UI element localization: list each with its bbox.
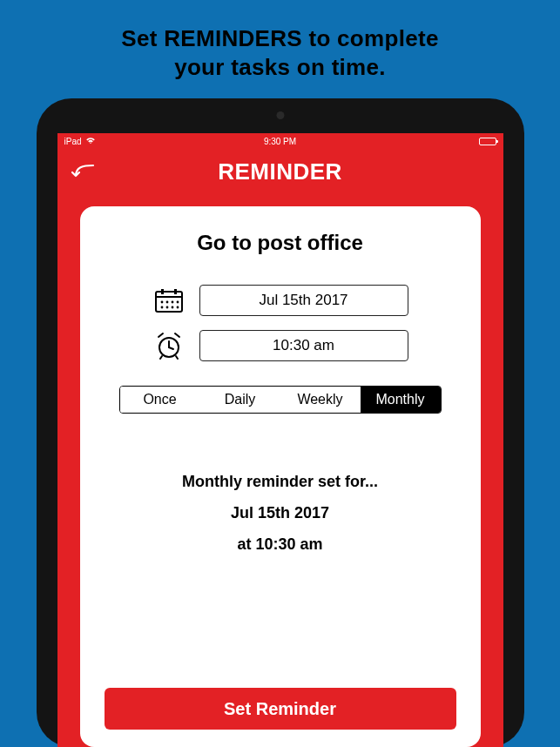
summary-line1: Monthly reminder set for... [182,466,378,497]
app-header: REMINDER [57,149,503,194]
battery-icon [479,138,496,145]
status-right [479,138,496,145]
content-area: Go to post office [57,194,503,747]
status-left: iPad [64,137,96,146]
date-input[interactable]: Jul 15th 2017 [199,285,408,316]
svg-rect-3 [174,289,177,294]
status-bar: iPad 9:30 PM [57,133,503,149]
device-screen: iPad 9:30 PM REMINDER [57,133,503,747]
svg-point-10 [171,306,173,309]
svg-line-15 [160,356,162,359]
calendar-icon [152,286,186,315]
set-reminder-button[interactable]: Set Reminder [105,688,456,730]
promo-headline: Set REMINDERS to complete your tasks on … [121,24,438,81]
frequency-option-monthly[interactable]: Monthly [361,387,441,413]
set-reminder-label: Set Reminder [224,699,336,719]
date-value: Jul 15th 2017 [259,292,347,309]
frequency-option-weekly[interactable]: Weekly [280,387,361,413]
time-value: 10:30 am [273,337,334,354]
date-field-row: Jul 15th 2017 [152,285,408,316]
status-device-label: iPad [64,137,82,146]
svg-point-7 [176,301,179,304]
svg-point-6 [171,301,173,304]
frequency-label: Monthly [375,392,424,407]
frequency-label: Weekly [297,392,342,407]
promo-headline-line1: Set REMINDERS to complete [121,25,438,51]
reminder-card: Go to post office [80,206,481,747]
promo-background: Set REMINDERS to complete your tasks on … [0,0,560,747]
task-title: Go to post office [197,231,363,255]
svg-line-14 [169,347,173,349]
frequency-segmented-control: Once Daily Weekly Monthly [119,386,442,414]
promo-headline-line2: your tasks on time. [174,54,386,80]
wifi-icon [85,137,96,146]
svg-rect-2 [161,289,164,294]
frequency-label: Once [143,392,176,407]
svg-point-8 [160,306,163,309]
summary-line2: Jul 15th 2017 [182,497,378,528]
svg-line-16 [176,356,178,359]
back-arrow-icon [71,162,97,181]
time-field-row: 10:30 am [152,330,408,361]
status-time: 9:30 PM [264,137,296,146]
app-title: REMINDER [218,158,342,185]
alarm-clock-icon [152,331,186,360]
back-button[interactable] [68,159,99,184]
svg-point-9 [165,306,168,309]
frequency-option-once[interactable]: Once [120,387,200,413]
svg-point-4 [160,301,163,304]
frequency-option-daily[interactable]: Daily [200,387,280,413]
reminder-summary: Monthly reminder set for... Jul 15th 201… [182,466,378,560]
summary-line3: at 10:30 am [182,528,378,560]
device-frame: iPad 9:30 PM REMINDER [37,98,524,747]
device-camera [276,111,284,119]
time-input[interactable]: 10:30 am [199,330,408,361]
svg-point-5 [165,301,168,304]
frequency-label: Daily [225,392,256,407]
svg-point-11 [176,306,179,309]
